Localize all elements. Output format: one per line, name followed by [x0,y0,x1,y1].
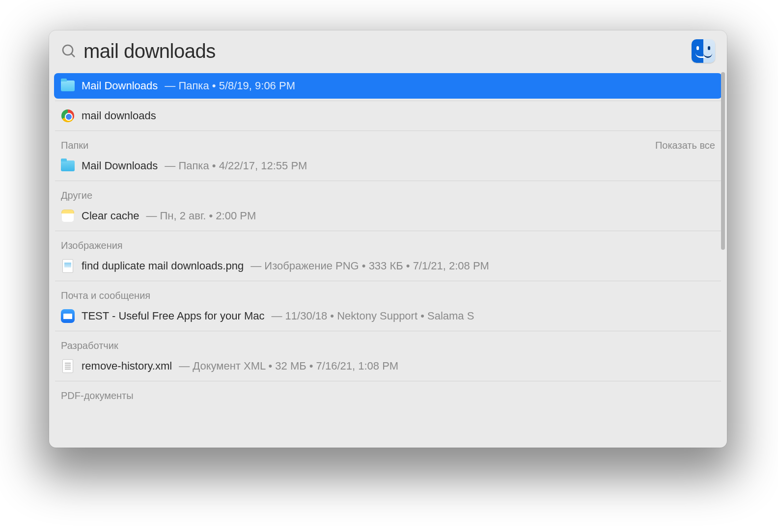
divider [55,181,721,181]
result-title: TEST - Useful Free Apps for your Mac [82,310,265,322]
section-header-mail: Почта и сообщения [54,283,722,303]
result-item[interactable]: TEST - Useful Free Apps for your Mac — 1… [54,303,722,329]
finder-app-icon [692,39,715,63]
section-header-pdf: PDF-документы [54,383,722,403]
section-header-other: Другие [54,183,722,203]
result-title: find duplicate mail downloads.png [82,260,244,272]
result-meta: — Пн, 2 авг. • 2:00 PM [146,210,256,222]
result-title: mail downloads [82,109,156,122]
result-item[interactable]: find duplicate mail downloads.png — Изоб… [54,253,722,279]
spotlight-window: Mail Downloads — Папка • 5/8/19, 9:06 PM… [49,30,727,448]
result-top-hit[interactable]: Mail Downloads — Папка • 5/8/19, 9:06 PM [54,73,722,99]
divider [55,101,721,101]
divider [55,281,721,281]
svg-line-1 [71,53,75,57]
result-item[interactable]: Mail Downloads — Папка • 4/22/17, 12:55 … [54,153,722,179]
xml-file-icon [61,359,75,373]
result-title: Mail Downloads [82,80,158,92]
result-meta: — Изображение PNG • 333 КБ • 7/1/21, 2:0… [250,260,489,272]
show-all-link[interactable]: Показать все [655,140,715,151]
section-label: Изображения [61,240,123,251]
section-label: PDF-документы [61,390,134,401]
notes-icon [61,209,75,223]
section-label: Почта и сообщения [61,290,150,301]
result-meta: — Папка • 4/22/17, 12:55 PM [165,160,307,172]
section-header-folders: Папки Показать все [54,133,722,153]
section-header-images: Изображения [54,233,722,253]
svg-point-0 [63,45,73,55]
result-meta: — 11/30/18 • Nektony Support • Salama S [272,310,474,322]
section-label: Другие [61,190,92,201]
result-item[interactable]: remove-history.xml — Документ XML • 32 М… [54,353,722,379]
divider [55,381,721,381]
search-input[interactable] [83,40,685,62]
search-icon [61,43,77,59]
mail-icon [61,309,75,323]
divider [55,231,721,231]
folder-icon [61,159,75,173]
result-title: Mail Downloads [82,160,158,172]
results-list: Mail Downloads — Папка • 5/8/19, 9:06 PM… [49,70,727,448]
result-item[interactable]: Clear cache — Пн, 2 авг. • 2:00 PM [54,203,722,229]
divider [55,331,721,331]
section-header-developer: Разработчик [54,333,722,353]
section-label: Папки [61,140,88,151]
folder-icon [61,79,75,93]
section-label: Разработчик [61,340,118,351]
scrollbar[interactable] [721,72,725,250]
chrome-icon [61,109,75,123]
search-bar [49,30,727,70]
result-title: remove-history.xml [82,360,172,372]
result-meta: — Документ XML • 32 МБ • 7/16/21, 1:08 P… [179,360,398,372]
result-title: Clear cache [82,210,139,222]
divider [55,131,721,131]
result-web-suggestion[interactable]: mail downloads [54,103,722,129]
result-meta: — Папка • 5/8/19, 9:06 PM [165,80,295,92]
image-file-icon [61,259,75,273]
